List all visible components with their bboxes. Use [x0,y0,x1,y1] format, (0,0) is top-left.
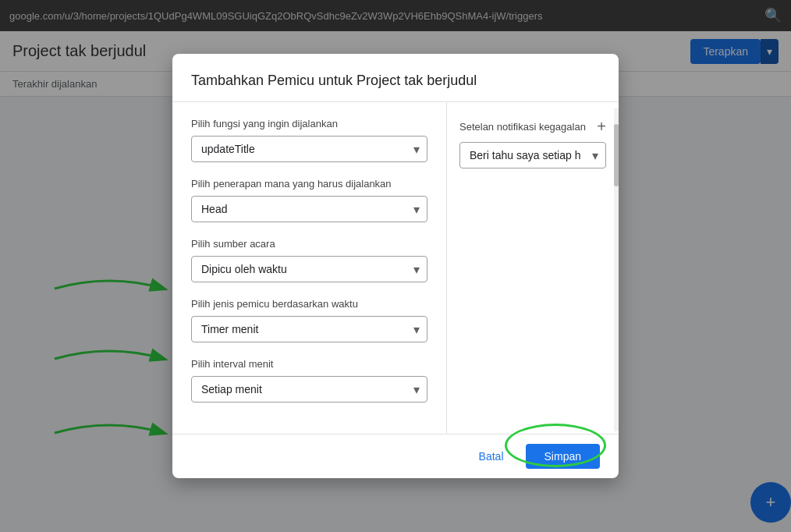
select-notification[interactable]: Beri tahu saya setiap hari [459,142,606,168]
field-group-interval: Pilih interval menit Setiap menit ▾ [191,358,427,403]
select-wrapper-function: updateTitle ▾ [191,136,427,162]
field-label-event-source: Pilih sumber acara [191,238,427,250]
field-label-timer-type: Pilih jenis pemicu berdasarkan waktu [191,298,427,310]
select-wrapper-interval: Setiap menit ▾ [191,376,427,403]
select-wrapper-event-source: Dipicu oleh waktu ▾ [191,256,427,282]
select-event-source[interactable]: Dipicu oleh waktu [191,256,427,282]
right-section-label: Setelan notifikasi kegagalan [459,121,586,133]
modal-body: Pilih fungsi yang ingin dijalankan updat… [172,102,619,434]
field-label-interval: Pilih interval menit [191,358,427,370]
modal-dialog: Tambahkan Pemicu untuk Project tak berju… [172,54,619,478]
add-notification-icon[interactable]: + [597,118,606,136]
field-group-function: Pilih fungsi yang ingin dijalankan updat… [191,118,427,162]
scrollbar-track [614,108,619,431]
modal-right-panel: Setelan notifikasi kegagalan + Beri tahu… [447,102,619,434]
select-interval[interactable]: Setiap menit [191,376,427,403]
select-wrapper-timer-type: Timer menit ▾ [191,316,427,342]
field-label-function: Pilih fungsi yang ingin dijalankan [191,118,427,129]
cancel-button[interactable]: Batal [466,444,516,469]
modal-overlay: Tambahkan Pemicu untuk Project tak berju… [0,0,791,532]
select-deployment[interactable]: Head [191,196,427,222]
modal-footer: Batal Simpan [172,434,619,478]
scrollbar-thumb[interactable] [614,124,619,186]
field-label-deployment: Pilih penerapan mana yang harus dijalank… [191,178,427,190]
select-function[interactable]: updateTitle [191,136,427,162]
modal-title: Tambahkan Pemicu untuk Project tak berju… [172,54,619,102]
select-wrapper-notification: Beri tahu saya setiap hari ▾ [459,142,606,168]
field-group-event-source: Pilih sumber acara Dipicu oleh waktu ▾ [191,238,427,282]
select-wrapper-deployment: Head ▾ [191,196,427,222]
field-group-timer-type: Pilih jenis pemicu berdasarkan waktu Tim… [191,298,427,342]
right-section-header: Setelan notifikasi kegagalan + [459,118,606,136]
save-button[interactable]: Simpan [526,444,600,469]
field-group-notification: Beri tahu saya setiap hari ▾ [459,142,606,168]
modal-left-panel: Pilih fungsi yang ingin dijalankan updat… [172,102,447,434]
field-group-deployment: Pilih penerapan mana yang harus dijalank… [191,178,427,222]
select-timer-type[interactable]: Timer menit [191,316,427,342]
